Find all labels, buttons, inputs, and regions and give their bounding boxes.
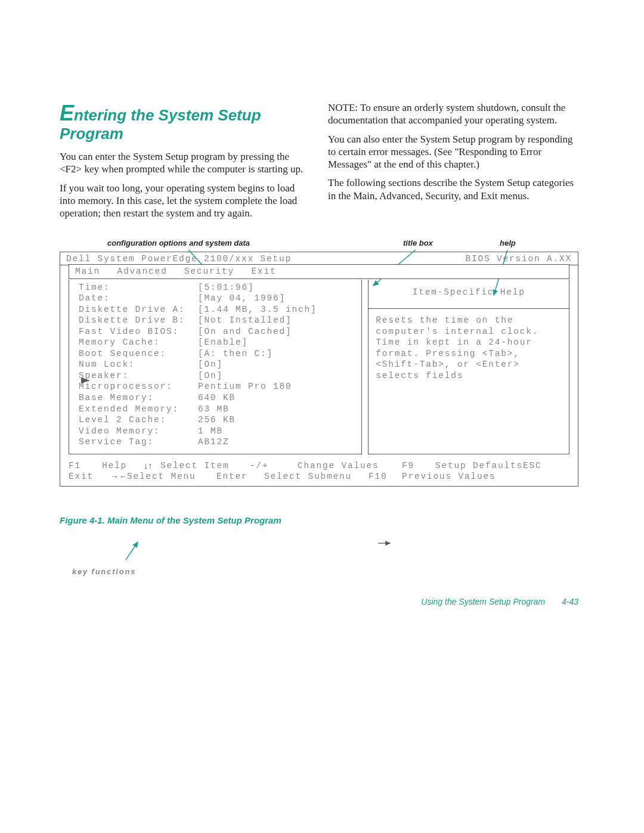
- paragraph: NOTE: To ensure an orderly system shutdo…: [328, 101, 578, 127]
- page-footer: Using the System Setup Program 4-43: [60, 597, 578, 606]
- paragraph: The following sections describe the Syst…: [328, 176, 578, 202]
- heading-dropcap: E: [60, 101, 74, 125]
- menu-security: Security: [184, 267, 234, 276]
- menu-main: Main: [75, 267, 100, 276]
- paragraph: You can enter the System Setup program b…: [60, 150, 310, 176]
- bios-help-panel: Item-Specific Help Resets the time on th…: [368, 280, 569, 454]
- footer-text: Using the System Setup Program: [421, 597, 545, 606]
- help-title: Item-Specific Help: [369, 282, 569, 309]
- bios-screen: Dell System PowerEdge 2100/xxx Setup BIO…: [60, 252, 578, 486]
- callout-help: help: [500, 239, 516, 247]
- right-column: NOTE: To ensure an orderly system shutdo…: [328, 101, 578, 225]
- callout-key-functions: key functions: [72, 567, 136, 577]
- help-body: Resets the time on the computer's intern…: [376, 315, 562, 381]
- left-column: Entering the System Setup Program You ca…: [60, 101, 310, 225]
- callout-title: title box: [403, 239, 433, 247]
- menu-advanced: Advanced: [117, 267, 168, 276]
- section-heading: Entering the System Setup Program: [60, 101, 310, 142]
- footer-page-number: 4-43: [562, 597, 578, 606]
- paragraph: If you wait too long, your operating sys…: [60, 182, 310, 220]
- callout-config: configuration options and system data: [107, 239, 250, 247]
- svg-line-3: [126, 542, 138, 560]
- paragraph: You can also enter the System Setup prog…: [328, 133, 578, 171]
- menu-exit: Exit: [252, 267, 277, 276]
- heading-rest: ntering the System Setup Program: [60, 106, 261, 143]
- bios-menubar: Main Advanced Security Exit: [69, 264, 569, 279]
